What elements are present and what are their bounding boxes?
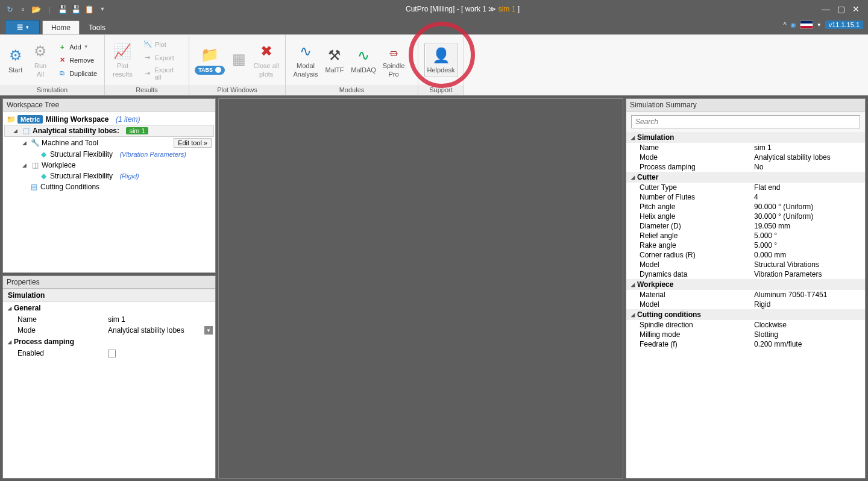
- tree-root[interactable]: 📁 Metric Milling Workspace (1 item): [4, 114, 214, 125]
- export-icon: ⇥: [143, 53, 153, 63]
- properties-header: Simulation: [3, 289, 215, 302]
- summary-row: Pitch angle90.000 ° (Uniform): [626, 202, 865, 212]
- language-flag-icon[interactable]: [800, 20, 813, 29]
- summary-row: Diameter (D)19.050 mm: [626, 221, 865, 231]
- export-button[interactable]: ⇥Export: [140, 52, 184, 64]
- start-button[interactable]: ⚙ Start: [5, 46, 26, 74]
- grid-icon: ▦: [229, 50, 248, 69]
- sum-cat-cutting[interactable]: Cutting conditions: [626, 309, 865, 320]
- help-icon[interactable]: ◉: [790, 21, 796, 29]
- tree-machine-tool[interactable]: ◢ 🔧 Machine and Tool Edit tool»: [4, 137, 214, 149]
- sum-cat-simulation[interactable]: Simulation: [626, 132, 865, 143]
- workspace-tree-panel: Workspace Tree 📁 Metric Milling Workspac…: [2, 98, 216, 273]
- prop-enabled[interactable]: Enabled: [3, 348, 215, 359]
- qat-dropdown-icon[interactable]: ▼: [98, 4, 107, 14]
- summary-row: Relief angle5.000 °: [626, 231, 865, 241]
- ribbon: ⚙ Start ⚙ Run All +Add ▼ ✕Remove ⧉Duplic…: [0, 34, 868, 96]
- summary-title: Simulation Summary: [626, 99, 865, 112]
- modal-analysis-button[interactable]: ∿Modal Analysis: [291, 42, 321, 78]
- group-label-support: Support: [418, 85, 464, 95]
- expander-icon[interactable]: ◢: [22, 140, 28, 146]
- tabs-toggle[interactable]: TABS: [195, 66, 225, 75]
- tabs-mode-button[interactable]: 📁 TABS: [194, 45, 225, 75]
- duplicate-button[interactable]: ⧉Duplicate: [55, 68, 99, 80]
- chart-icon: 📈: [113, 42, 132, 61]
- prop-category-general[interactable]: General: [3, 302, 215, 314]
- tab-home[interactable]: Home: [42, 20, 80, 34]
- file-menu-button[interactable]: ▾: [5, 20, 40, 34]
- x-icon: ✕: [57, 55, 67, 65]
- maltf-button[interactable]: ⚒MalTF: [322, 46, 347, 74]
- tree-struct-flex-tool[interactable]: ◆ Structural Flexibility (Vibration Para…: [4, 149, 214, 160]
- spindle-pro-button[interactable]: ⏛Spindle Pro: [380, 42, 407, 78]
- qat-paste-icon[interactable]: 📋: [84, 4, 94, 14]
- hammer-icon: ⚒: [325, 46, 344, 65]
- maldaq-button[interactable]: ∿MalDAQ: [348, 46, 379, 74]
- helpdesk-icon: 👤: [432, 46, 451, 65]
- close-button[interactable]: ✕: [852, 4, 860, 14]
- qat-open-icon[interactable]: 📂: [31, 4, 41, 14]
- diamond-icon: ◆: [39, 172, 48, 180]
- sum-cat-cutter[interactable]: Cutter: [626, 172, 865, 183]
- ribbon-tabstrip: ▾ Home Tools ^ ◉ ▼ v11.1.15.1: [0, 18, 868, 34]
- tree-struct-flex-wp[interactable]: ◆ Structural Flexibility (Rigid): [4, 171, 214, 181]
- folder-icon: 📁: [200, 45, 219, 64]
- qat-saveall-icon[interactable]: 💾: [71, 4, 81, 14]
- plot-button[interactable]: 📉Plot: [140, 39, 184, 51]
- close-all-plots-button[interactable]: ✖ Close all plots: [252, 42, 280, 78]
- mode-select[interactable]: Analytical stability lobes▼: [108, 326, 215, 335]
- group-label-plotwindows: Plot Windows: [189, 85, 285, 95]
- properties-title: Properties: [3, 276, 215, 289]
- summary-row: Dynamics dataVibration Parameters: [626, 269, 865, 279]
- line-chart-icon: 📉: [143, 40, 153, 49]
- edit-tool-button[interactable]: Edit tool»: [174, 138, 212, 148]
- summary-row: Process dampingNo: [626, 162, 865, 172]
- prop-mode[interactable]: ModeAnalytical stability lobes▼: [3, 325, 215, 336]
- workspace-tree[interactable]: 📁 Metric Milling Workspace (1 item) ◢ ⬚ …: [3, 112, 215, 272]
- prop-name[interactable]: Namesim 1: [3, 314, 215, 325]
- minimize-button[interactable]: —: [822, 4, 830, 14]
- plot-results-button[interactable]: 📈 Plot results: [110, 42, 136, 78]
- prop-category-process-damping[interactable]: Process damping: [3, 336, 215, 348]
- qat-save-icon[interactable]: 💾: [58, 4, 68, 14]
- qat-sep: |: [45, 4, 54, 14]
- summary-row: Feedrate (f)0.200 mm/flute: [626, 339, 865, 349]
- export-all-button[interactable]: ⇥Export all: [140, 65, 184, 82]
- helpdesk-button[interactable]: 👤 Helpdesk: [424, 43, 458, 77]
- expander-icon[interactable]: ◢: [22, 162, 28, 168]
- add-button[interactable]: +Add ▼: [55, 41, 99, 53]
- spindle-icon: ⏛: [384, 42, 403, 61]
- summary-search-input[interactable]: [631, 115, 860, 128]
- svg-rect-1: [17, 27, 22, 28]
- maximize-button[interactable]: ▢: [837, 4, 845, 14]
- group-label-modules: Modules: [286, 85, 418, 95]
- tile-button[interactable]: ▦: [230, 50, 247, 71]
- box-icon: ◫: [31, 161, 39, 169]
- collapse-ribbon-icon[interactable]: ^: [784, 21, 787, 28]
- qat-recycle-icon[interactable]: ↻: [5, 4, 14, 14]
- expander-icon[interactable]: ◢: [13, 128, 19, 134]
- run-all-button[interactable]: ⚙ Run All: [31, 42, 50, 78]
- summary-row: Corner radius (R)0.000 mm: [626, 250, 865, 260]
- flag-dropdown-icon[interactable]: ▼: [817, 22, 822, 28]
- tab-tools[interactable]: Tools: [80, 20, 115, 34]
- workspace-tree-title: Workspace Tree: [3, 99, 215, 112]
- gear-play-icon: ⚙: [6, 46, 25, 65]
- group-label-simulation: Simulation: [0, 85, 104, 95]
- summary-row: MaterialAluminum 7050-T7451: [626, 290, 865, 300]
- sim-icon: ⬚: [22, 127, 30, 135]
- enabled-checkbox[interactable]: [108, 350, 116, 357]
- summary-row: ModelStructural Vibrations: [626, 260, 865, 269]
- svg-rect-0: [17, 25, 22, 26]
- remove-button[interactable]: ✕Remove: [55, 54, 99, 66]
- window-title: CutPro [Milling] - [ work 1 ≫ sim 1 ]: [112, 5, 813, 13]
- qat-new-icon[interactable]: ▫: [18, 4, 28, 14]
- summary-row: ModelRigid: [626, 300, 865, 309]
- tree-cutting-conditions[interactable]: ▤ Cutting Conditions: [4, 181, 214, 192]
- tree-workpiece[interactable]: ◢ ◫ Workpiece: [4, 160, 214, 171]
- group-label-results: Results: [105, 85, 189, 95]
- sum-cat-workpiece[interactable]: Workpiece: [626, 279, 865, 290]
- dropdown-icon[interactable]: ▼: [204, 326, 213, 335]
- wrench-icon: 🔧: [31, 139, 39, 147]
- tree-sim-node[interactable]: ◢ ⬚ Analytical stability lobes: sim 1: [4, 125, 214, 137]
